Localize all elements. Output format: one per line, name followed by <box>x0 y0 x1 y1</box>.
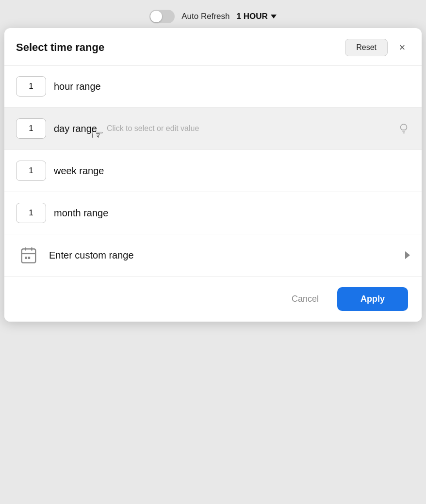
week-range-row[interactable]: week range <box>4 150 422 192</box>
hour-range-input[interactable] <box>16 76 46 97</box>
day-range-input[interactable] <box>16 118 46 139</box>
close-button[interactable]: × <box>394 40 410 55</box>
week-range-input[interactable] <box>16 161 46 181</box>
modal-title: Select time range <box>16 41 104 54</box>
chevron-down-icon <box>271 15 277 18</box>
reset-button[interactable]: Reset <box>345 39 388 56</box>
chevron-right-icon <box>405 251 410 259</box>
modal-footer: Cancel Apply <box>4 276 422 322</box>
click-hint: Click to select or edit value <box>107 124 393 133</box>
auto-refresh-toggle[interactable] <box>149 10 175 23</box>
svg-rect-0 <box>22 249 36 263</box>
lightbulb-icon <box>397 122 410 135</box>
modal-header: Select time range Reset × <box>4 28 422 65</box>
cancel-button[interactable]: Cancel <box>282 288 328 310</box>
hour-range-label: hour range <box>54 81 101 92</box>
apply-button[interactable]: Apply <box>337 287 408 311</box>
svg-rect-4 <box>25 257 27 259</box>
custom-range-row[interactable]: Enter custom range <box>4 234 422 276</box>
modal-body: hour range day range Click to select or … <box>4 65 422 276</box>
week-range-label: week range <box>54 165 104 177</box>
top-bar: Auto Refresh 1 HOUR <box>149 10 276 23</box>
day-range-label: day range <box>54 123 97 134</box>
time-range-modal: Select time range Reset × hour range day… <box>4 28 422 322</box>
month-range-row[interactable]: month range <box>4 192 422 234</box>
hour-badge-text: 1 HOUR <box>237 12 268 21</box>
hour-badge[interactable]: 1 HOUR <box>237 12 277 21</box>
custom-range-label: Enter custom range <box>49 250 405 261</box>
month-range-input[interactable] <box>16 203 46 223</box>
hour-range-row[interactable]: hour range <box>4 65 422 108</box>
day-range-row[interactable]: day range Click to select or edit value … <box>4 108 422 150</box>
auto-refresh-label: Auto Refresh <box>181 12 229 21</box>
calendar-icon <box>16 245 41 265</box>
header-actions: Reset × <box>345 39 410 56</box>
toggle-knob <box>150 11 162 22</box>
svg-rect-5 <box>28 257 30 259</box>
month-range-label: month range <box>54 208 108 219</box>
